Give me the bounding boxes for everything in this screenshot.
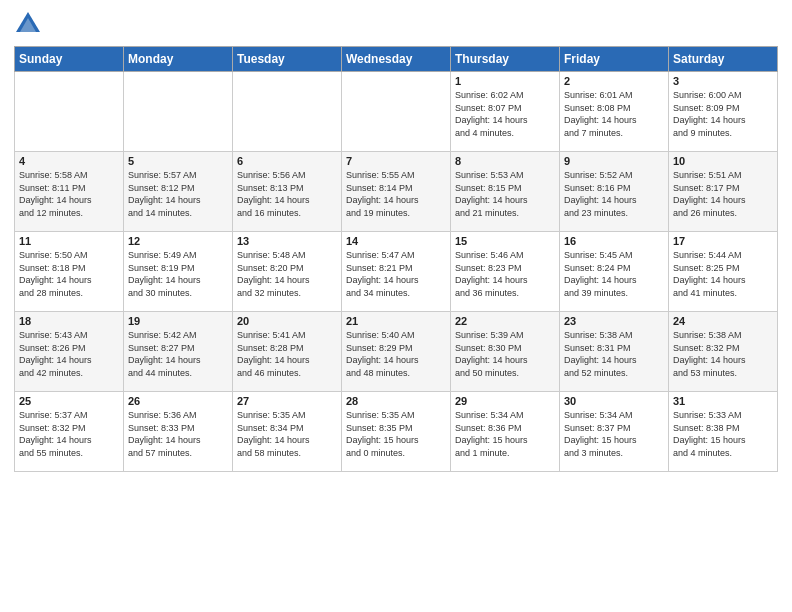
day-number: 14 xyxy=(346,235,446,247)
day-number: 7 xyxy=(346,155,446,167)
calendar-cell: 28Sunrise: 5:35 AM Sunset: 8:35 PM Dayli… xyxy=(342,392,451,472)
day-number: 8 xyxy=(455,155,555,167)
weekday-tuesday: Tuesday xyxy=(233,47,342,72)
calendar-cell: 1Sunrise: 6:02 AM Sunset: 8:07 PM Daylig… xyxy=(451,72,560,152)
calendar-table: SundayMondayTuesdayWednesdayThursdayFrid… xyxy=(14,46,778,472)
day-info: Sunrise: 5:35 AM Sunset: 8:34 PM Dayligh… xyxy=(237,409,337,459)
day-info: Sunrise: 5:42 AM Sunset: 8:27 PM Dayligh… xyxy=(128,329,228,379)
day-info: Sunrise: 5:47 AM Sunset: 8:21 PM Dayligh… xyxy=(346,249,446,299)
day-number: 30 xyxy=(564,395,664,407)
day-info: Sunrise: 5:58 AM Sunset: 8:11 PM Dayligh… xyxy=(19,169,119,219)
day-number: 20 xyxy=(237,315,337,327)
calendar-cell: 4Sunrise: 5:58 AM Sunset: 8:11 PM Daylig… xyxy=(15,152,124,232)
weekday-monday: Monday xyxy=(124,47,233,72)
day-info: Sunrise: 5:35 AM Sunset: 8:35 PM Dayligh… xyxy=(346,409,446,459)
day-info: Sunrise: 6:00 AM Sunset: 8:09 PM Dayligh… xyxy=(673,89,773,139)
calendar-cell: 23Sunrise: 5:38 AM Sunset: 8:31 PM Dayli… xyxy=(560,312,669,392)
day-info: Sunrise: 5:38 AM Sunset: 8:32 PM Dayligh… xyxy=(673,329,773,379)
page-header xyxy=(14,10,778,38)
day-info: Sunrise: 5:57 AM Sunset: 8:12 PM Dayligh… xyxy=(128,169,228,219)
weekday-header-row: SundayMondayTuesdayWednesdayThursdayFrid… xyxy=(15,47,778,72)
calendar-cell: 2Sunrise: 6:01 AM Sunset: 8:08 PM Daylig… xyxy=(560,72,669,152)
calendar-cell: 11Sunrise: 5:50 AM Sunset: 8:18 PM Dayli… xyxy=(15,232,124,312)
calendar-cell: 12Sunrise: 5:49 AM Sunset: 8:19 PM Dayli… xyxy=(124,232,233,312)
day-info: Sunrise: 5:56 AM Sunset: 8:13 PM Dayligh… xyxy=(237,169,337,219)
day-info: Sunrise: 5:53 AM Sunset: 8:15 PM Dayligh… xyxy=(455,169,555,219)
day-number: 11 xyxy=(19,235,119,247)
calendar-week-3: 11Sunrise: 5:50 AM Sunset: 8:18 PM Dayli… xyxy=(15,232,778,312)
day-info: Sunrise: 6:02 AM Sunset: 8:07 PM Dayligh… xyxy=(455,89,555,139)
calendar-cell: 13Sunrise: 5:48 AM Sunset: 8:20 PM Dayli… xyxy=(233,232,342,312)
day-number: 29 xyxy=(455,395,555,407)
day-info: Sunrise: 5:37 AM Sunset: 8:32 PM Dayligh… xyxy=(19,409,119,459)
day-number: 22 xyxy=(455,315,555,327)
calendar-cell: 31Sunrise: 5:33 AM Sunset: 8:38 PM Dayli… xyxy=(669,392,778,472)
calendar-cell: 29Sunrise: 5:34 AM Sunset: 8:36 PM Dayli… xyxy=(451,392,560,472)
calendar-cell: 8Sunrise: 5:53 AM Sunset: 8:15 PM Daylig… xyxy=(451,152,560,232)
calendar-cell: 21Sunrise: 5:40 AM Sunset: 8:29 PM Dayli… xyxy=(342,312,451,392)
day-info: Sunrise: 5:41 AM Sunset: 8:28 PM Dayligh… xyxy=(237,329,337,379)
day-number: 28 xyxy=(346,395,446,407)
calendar-cell: 14Sunrise: 5:47 AM Sunset: 8:21 PM Dayli… xyxy=(342,232,451,312)
calendar-week-4: 18Sunrise: 5:43 AM Sunset: 8:26 PM Dayli… xyxy=(15,312,778,392)
calendar-cell: 25Sunrise: 5:37 AM Sunset: 8:32 PM Dayli… xyxy=(15,392,124,472)
weekday-thursday: Thursday xyxy=(451,47,560,72)
logo xyxy=(14,10,46,38)
weekday-wednesday: Wednesday xyxy=(342,47,451,72)
day-info: Sunrise: 5:34 AM Sunset: 8:36 PM Dayligh… xyxy=(455,409,555,459)
day-number: 9 xyxy=(564,155,664,167)
day-number: 18 xyxy=(19,315,119,327)
day-number: 6 xyxy=(237,155,337,167)
day-number: 26 xyxy=(128,395,228,407)
calendar-cell: 5Sunrise: 5:57 AM Sunset: 8:12 PM Daylig… xyxy=(124,152,233,232)
calendar-week-5: 25Sunrise: 5:37 AM Sunset: 8:32 PM Dayli… xyxy=(15,392,778,472)
calendar-cell: 15Sunrise: 5:46 AM Sunset: 8:23 PM Dayli… xyxy=(451,232,560,312)
day-info: Sunrise: 5:51 AM Sunset: 8:17 PM Dayligh… xyxy=(673,169,773,219)
day-number: 16 xyxy=(564,235,664,247)
logo-icon xyxy=(14,10,42,38)
day-info: Sunrise: 5:38 AM Sunset: 8:31 PM Dayligh… xyxy=(564,329,664,379)
day-info: Sunrise: 5:36 AM Sunset: 8:33 PM Dayligh… xyxy=(128,409,228,459)
calendar-cell: 3Sunrise: 6:00 AM Sunset: 8:09 PM Daylig… xyxy=(669,72,778,152)
day-number: 17 xyxy=(673,235,773,247)
calendar-cell: 26Sunrise: 5:36 AM Sunset: 8:33 PM Dayli… xyxy=(124,392,233,472)
calendar-cell: 24Sunrise: 5:38 AM Sunset: 8:32 PM Dayli… xyxy=(669,312,778,392)
day-info: Sunrise: 5:44 AM Sunset: 8:25 PM Dayligh… xyxy=(673,249,773,299)
day-number: 10 xyxy=(673,155,773,167)
weekday-saturday: Saturday xyxy=(669,47,778,72)
calendar-cell: 30Sunrise: 5:34 AM Sunset: 8:37 PM Dayli… xyxy=(560,392,669,472)
calendar-week-1: 1Sunrise: 6:02 AM Sunset: 8:07 PM Daylig… xyxy=(15,72,778,152)
day-number: 19 xyxy=(128,315,228,327)
day-number: 31 xyxy=(673,395,773,407)
day-number: 2 xyxy=(564,75,664,87)
weekday-friday: Friday xyxy=(560,47,669,72)
day-info: Sunrise: 5:46 AM Sunset: 8:23 PM Dayligh… xyxy=(455,249,555,299)
day-info: Sunrise: 5:48 AM Sunset: 8:20 PM Dayligh… xyxy=(237,249,337,299)
day-info: Sunrise: 5:50 AM Sunset: 8:18 PM Dayligh… xyxy=(19,249,119,299)
day-number: 23 xyxy=(564,315,664,327)
day-info: Sunrise: 5:49 AM Sunset: 8:19 PM Dayligh… xyxy=(128,249,228,299)
calendar-cell xyxy=(15,72,124,152)
day-number: 1 xyxy=(455,75,555,87)
calendar-cell: 27Sunrise: 5:35 AM Sunset: 8:34 PM Dayli… xyxy=(233,392,342,472)
calendar-cell: 9Sunrise: 5:52 AM Sunset: 8:16 PM Daylig… xyxy=(560,152,669,232)
calendar-cell: 6Sunrise: 5:56 AM Sunset: 8:13 PM Daylig… xyxy=(233,152,342,232)
calendar-cell: 18Sunrise: 5:43 AM Sunset: 8:26 PM Dayli… xyxy=(15,312,124,392)
day-number: 24 xyxy=(673,315,773,327)
day-number: 3 xyxy=(673,75,773,87)
day-number: 27 xyxy=(237,395,337,407)
day-info: Sunrise: 5:52 AM Sunset: 8:16 PM Dayligh… xyxy=(564,169,664,219)
day-info: Sunrise: 5:33 AM Sunset: 8:38 PM Dayligh… xyxy=(673,409,773,459)
day-number: 5 xyxy=(128,155,228,167)
day-number: 4 xyxy=(19,155,119,167)
day-number: 15 xyxy=(455,235,555,247)
calendar-cell: 20Sunrise: 5:41 AM Sunset: 8:28 PM Dayli… xyxy=(233,312,342,392)
day-number: 12 xyxy=(128,235,228,247)
calendar-cell: 10Sunrise: 5:51 AM Sunset: 8:17 PM Dayli… xyxy=(669,152,778,232)
day-info: Sunrise: 5:39 AM Sunset: 8:30 PM Dayligh… xyxy=(455,329,555,379)
day-number: 25 xyxy=(19,395,119,407)
weekday-sunday: Sunday xyxy=(15,47,124,72)
calendar-cell: 7Sunrise: 5:55 AM Sunset: 8:14 PM Daylig… xyxy=(342,152,451,232)
day-number: 13 xyxy=(237,235,337,247)
calendar-cell: 16Sunrise: 5:45 AM Sunset: 8:24 PM Dayli… xyxy=(560,232,669,312)
